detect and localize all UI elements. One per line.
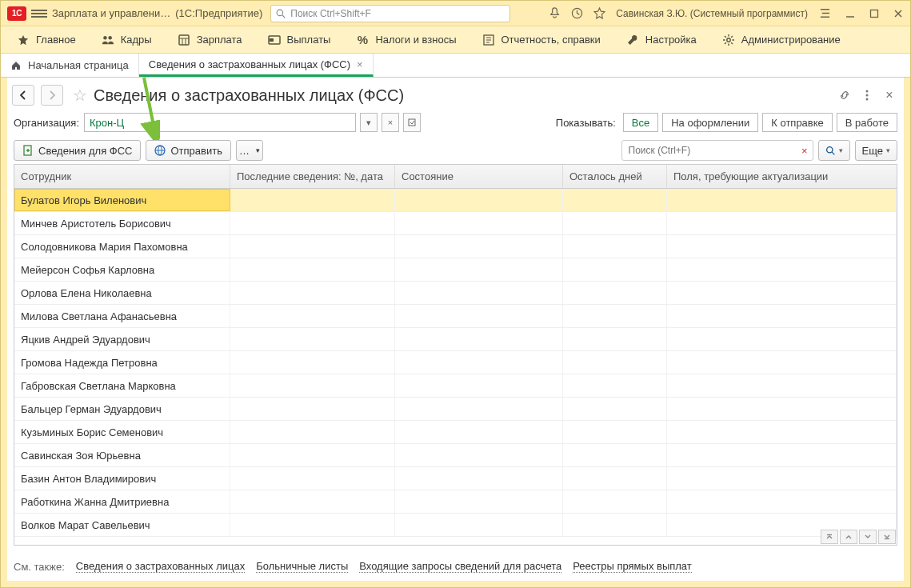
table-row[interactable]: Мейерсон Софья Карловна [14, 258, 897, 282]
tab-home[interactable]: Начальная страница [1, 54, 139, 77]
nav-main[interactable]: Главное [6, 26, 87, 54]
nav-vyplaty[interactable]: Выплаты [257, 26, 342, 54]
table-row[interactable]: Работкина Жанна Дмитриевна [14, 490, 897, 514]
filter-all[interactable]: Все [623, 113, 658, 132]
maximize-button[interactable] [867, 6, 881, 21]
history-icon[interactable] [568, 5, 585, 22]
cell-days [563, 189, 667, 211]
cell-name: Габровская Светлана Марковна [14, 374, 230, 397]
table-row[interactable]: Базин Антон Владимирович [14, 467, 897, 490]
favorite-icon[interactable]: ☆ [73, 86, 87, 105]
nav-nastroika[interactable]: Настройка [615, 26, 708, 54]
bell-icon[interactable] [545, 5, 563, 22]
more-icon[interactable] [859, 87, 875, 103]
org-value: Крон-Ц [90, 117, 350, 129]
table-row[interactable]: Бальцер Герман Эдуардович [14, 398, 897, 421]
filter-tosend[interactable]: К отправке [762, 113, 833, 132]
cell-days [563, 514, 667, 536]
local-search[interactable]: × [621, 140, 813, 161]
global-search[interactable]: Поиск Ctrl+Shift+F [270, 5, 510, 22]
table-row[interactable]: Орлова Елена Николаевна [14, 282, 897, 305]
wrench-icon [626, 34, 639, 46]
cell-fields [667, 444, 897, 466]
link-icon[interactable] [837, 87, 853, 103]
calc-icon [178, 34, 190, 46]
close-page-icon[interactable]: × [881, 87, 897, 103]
footer-link-2[interactable]: Больничные листы [256, 560, 348, 573]
tab-label: Сведения о застрахованных лицах (ФСС) [149, 58, 350, 70]
nav-admin[interactable]: Администрирование [711, 26, 852, 54]
footer-link-3[interactable]: Входящие запросы сведений для расчета [359, 560, 561, 573]
cell-days [563, 351, 667, 374]
btn-fss-info[interactable]: Сведения для ФСС [14, 140, 141, 161]
cell-last [230, 490, 395, 513]
star-icon[interactable] [590, 5, 608, 22]
nav-kadry[interactable]: Кадры [90, 26, 163, 54]
table-row[interactable]: Кузьминых Борис Семенович [14, 421, 897, 444]
btn-more-actions[interactable]: … ▾ [236, 140, 263, 161]
col-days[interactable]: Осталось дней [563, 165, 667, 188]
footer-link-4[interactable]: Реестры прямых выплат [573, 560, 692, 573]
combo-dropdown-button[interactable]: ▾ [360, 113, 378, 132]
panels-icon[interactable] [816, 5, 833, 22]
svg-rect-7 [179, 35, 189, 45]
cell-days [563, 212, 667, 234]
table-row[interactable]: Савинская Зоя Юрьевна [14, 444, 897, 467]
nav-back-button[interactable] [12, 85, 34, 106]
table-row[interactable]: Волков Марат Савельевич [14, 514, 897, 537]
scroll-down-icon[interactable] [859, 530, 877, 544]
table-row[interactable]: Яцкив Андрей Эдуардович [14, 328, 897, 351]
cell-name: Минчев Аристотель Борисович [14, 212, 230, 234]
combo-clear-button[interactable]: × [382, 113, 399, 132]
col-employee[interactable]: Сотрудник [14, 165, 230, 188]
scroll-top-icon[interactable] [821, 530, 838, 544]
nav-zarplata[interactable]: Зарплата [166, 26, 254, 54]
nav-forward-button[interactable] [41, 85, 63, 106]
svg-rect-4 [871, 10, 878, 17]
filter-draft[interactable]: На оформлении [662, 113, 758, 132]
menu-button[interactable] [31, 8, 47, 19]
cell-status [395, 421, 563, 443]
table-row[interactable]: Булатов Игорь Виленович [14, 189, 897, 212]
cell-name: Базин Антон Владимирович [14, 467, 230, 490]
table-row[interactable]: Громова Надежда Петровна [14, 351, 897, 374]
local-search-input[interactable] [627, 144, 798, 157]
cell-status [395, 328, 563, 350]
close-button[interactable] [891, 6, 905, 21]
cell-fields [667, 351, 897, 374]
col-status[interactable]: Состояние [395, 165, 563, 188]
table-row[interactable]: Солодовникова Мария Пахомовна [14, 235, 897, 258]
cell-fields [667, 258, 897, 281]
combo-open-button[interactable] [403, 113, 421, 132]
more-button[interactable]: Еще ▾ [855, 140, 897, 161]
cell-last [230, 444, 395, 466]
btn-label: Отправить [170, 145, 222, 157]
clear-icon[interactable]: × [801, 145, 808, 157]
cell-fields [667, 189, 897, 211]
btn-label: Еще [862, 145, 883, 157]
table-row[interactable]: Милова Светлана Афанасьевна [14, 305, 897, 328]
table-row[interactable]: Габровская Светлана Марковна [14, 374, 897, 398]
tab-current[interactable]: Сведения о застрахованных лицах (ФСС) × [139, 54, 374, 77]
current-user[interactable]: Савинская З.Ю. (Системный программист) [616, 8, 808, 19]
col-fields[interactable]: Поля, требующие актуализации [667, 165, 897, 188]
nav-otchetnost[interactable]: Отчетность, справки [471, 26, 612, 54]
nav-nalogi[interactable]: % Налоги и взносы [345, 26, 467, 54]
org-combo[interactable]: Крон-Ц [84, 113, 356, 132]
global-search-placeholder: Поиск Ctrl+Shift+F [290, 8, 371, 19]
cell-days [563, 258, 667, 281]
btn-send[interactable]: Отправить [146, 140, 230, 161]
org-label: Организация: [14, 117, 79, 129]
scroll-up-icon[interactable] [840, 530, 857, 544]
search-menu-button[interactable]: ▾ [818, 140, 850, 161]
filter-inwork[interactable]: В работе [837, 113, 897, 132]
scroll-bottom-icon[interactable] [878, 530, 896, 544]
table-row[interactable]: Минчев Аристотель Борисович [14, 212, 897, 235]
col-lastinfo[interactable]: Последние сведения: №, дата [230, 165, 395, 188]
star-icon [17, 34, 30, 46]
cell-fields [667, 282, 897, 304]
cell-name: Бальцер Герман Эдуардович [14, 398, 230, 420]
close-icon[interactable]: × [357, 58, 363, 70]
footer-link-1[interactable]: Сведения о застрахованных лицах [76, 560, 245, 573]
minimize-button[interactable] [843, 6, 857, 21]
